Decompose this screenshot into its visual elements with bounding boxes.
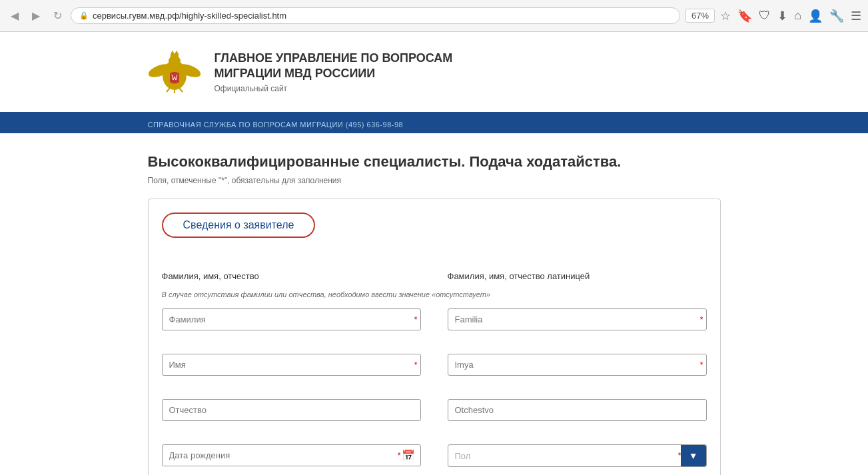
col-headers-row: Фамилия, имя, отчество Фамилия, имя, отч… bbox=[162, 271, 707, 285]
surname-lat-required: * bbox=[700, 315, 703, 324]
extensions-icon[interactable]: 🔧 bbox=[829, 9, 844, 23]
surname-lat-input-wrapper: * bbox=[448, 308, 707, 330]
gender-wrapper: Пол Мужской Женский ▼ * bbox=[448, 444, 707, 467]
refresh-button[interactable]: ↻ bbox=[49, 8, 65, 24]
bottom-row: 📅 * Пол Мужской Женский bbox=[162, 444, 707, 467]
svg-marker-5 bbox=[171, 51, 175, 54]
birthdate-wrapper: 📅 * bbox=[162, 444, 421, 466]
org-subtitle: Официальный сайт bbox=[215, 84, 721, 93]
org-title-line2: МИГРАЦИИ МВД РОССИИИ bbox=[215, 67, 376, 80]
patronymic-ru-field-wrapper bbox=[162, 399, 421, 421]
patronymic-lat-group bbox=[448, 399, 707, 431]
name-lat-input[interactable] bbox=[448, 354, 707, 376]
name-lat-required: * bbox=[700, 360, 703, 370]
section-label[interactable]: Сведения о заявителе bbox=[162, 213, 316, 238]
star-icon[interactable]: ☆ bbox=[720, 9, 731, 23]
page-title: Высококвалифицированные специалисты. Под… bbox=[148, 153, 721, 171]
section-toggle[interactable]: Сведения о заявителе bbox=[162, 213, 707, 254]
main-content: Высококвалифицированные специалисты. Под… bbox=[135, 133, 734, 475]
forward-button[interactable]: ▶ bbox=[28, 8, 44, 24]
birthdate-input[interactable] bbox=[163, 445, 396, 466]
patronymic-ru-input-wrapper bbox=[162, 399, 421, 421]
bookmark-icon[interactable]: 🔖 bbox=[737, 9, 752, 23]
helper-text: В случае отсутствия фамилии или отчества… bbox=[162, 290, 707, 298]
surname-lat-input[interactable] bbox=[448, 308, 707, 330]
name-ru-input[interactable] bbox=[162, 354, 421, 376]
patronymic-ru-group bbox=[162, 399, 421, 431]
svg-line-7 bbox=[167, 88, 170, 92]
download-icon[interactable]: ⬇ bbox=[777, 9, 787, 23]
lock-icon: 🔒 bbox=[79, 11, 89, 20]
name-lat-group: * bbox=[448, 354, 707, 386]
surname-ru-input[interactable] bbox=[162, 308, 421, 330]
svg-rect-4 bbox=[171, 54, 179, 57]
surname-lat-field-wrapper: * bbox=[448, 308, 707, 330]
birthdate-input-wrapper: 📅 bbox=[162, 444, 421, 466]
patronymic-lat-input[interactable] bbox=[448, 399, 707, 421]
birthdate-group: 📅 * bbox=[162, 444, 421, 467]
zoom-indicator: 67% bbox=[685, 9, 715, 23]
gender-group: Пол Мужской Женский ▼ * bbox=[448, 444, 707, 467]
browser-actions: ☆ 🔖 🛡 ⬇ ⌂ 👤 🔧 ☰ bbox=[720, 9, 861, 23]
info-bar: СПРАВОЧНАЯ СЛУЖБА ПО ВОПРОСАМ МИГРАЦИИ (… bbox=[0, 115, 868, 133]
col2-header: Фамилия, имя, отчество латиницей bbox=[448, 271, 707, 281]
name-lat-input-wrapper: * bbox=[448, 354, 707, 376]
required-note: Поля, отмеченные "*", обязательны для за… bbox=[148, 176, 721, 185]
birthdate-required: * bbox=[398, 451, 401, 460]
gender-dropdown-button[interactable]: ▼ bbox=[681, 445, 706, 466]
name-fields-row: * * bbox=[162, 308, 707, 431]
svg-marker-6 bbox=[175, 51, 179, 54]
org-title-line1: ГЛАВНОЕ УПРАВЛЕНИЕ ПО ВОПРОСАМ МИГРАЦИИ … bbox=[215, 51, 721, 82]
surname-lat-group: * bbox=[448, 308, 707, 340]
name-ru-input-wrapper: * bbox=[162, 354, 421, 376]
menu-icon[interactable]: ☰ bbox=[851, 9, 861, 23]
address-bar[interactable]: 🔒 сервисы.гувм.мвд.рф/highly-skilled-spe… bbox=[71, 7, 680, 24]
browser-chrome: ◀ ▶ ↻ 🔒 сервисы.гувм.мвд.рф/highly-skill… bbox=[0, 0, 868, 32]
url-text: сервисы.гувм.мвд.рф/highly-skilled-speci… bbox=[93, 11, 671, 21]
col1-header: Фамилия, имя, отчество bbox=[162, 271, 421, 281]
patronymic-lat-field-wrapper bbox=[448, 399, 707, 421]
back-button[interactable]: ◀ bbox=[7, 8, 23, 24]
org-name: ГЛАВНОЕ УПРАВЛЕНИЕ ПО ВОПРОСАМ МИГРАЦИИ … bbox=[215, 51, 721, 94]
surname-ru-required: * bbox=[414, 315, 418, 324]
svg-line-9 bbox=[179, 88, 183, 92]
name-lat-field-wrapper: * bbox=[448, 354, 707, 376]
gender-select-wrapper: Пол Мужской Женский ▼ bbox=[448, 444, 707, 467]
mvd-emblem bbox=[148, 45, 201, 99]
name-ru-group: * bbox=[162, 354, 421, 386]
shield-icon[interactable]: 🛡 bbox=[759, 9, 771, 23]
gender-required: * bbox=[678, 451, 681, 460]
gender-select[interactable]: Пол Мужской Женский bbox=[448, 446, 681, 466]
surname-ru-group: * bbox=[162, 308, 421, 340]
hotline-link[interactable]: СПРАВОЧНАЯ СЛУЖБА ПО ВОПРОСАМ МИГРАЦИИ (… bbox=[148, 121, 404, 129]
account-icon[interactable]: 👤 bbox=[808, 9, 823, 23]
name-ru-field-wrapper: * bbox=[162, 354, 421, 376]
form-card: Сведения о заявителе Фамилия, имя, отчес… bbox=[148, 199, 721, 475]
patronymic-lat-input-wrapper bbox=[448, 399, 707, 421]
surname-ru-input-wrapper: * bbox=[162, 308, 421, 330]
surname-ru-field-wrapper: * bbox=[162, 308, 421, 330]
name-ru-required: * bbox=[414, 360, 418, 370]
home-icon[interactable]: ⌂ bbox=[794, 9, 801, 23]
page-wrapper: ГЛАВНОЕ УПРАВЛЕНИЕ ПО ВОПРОСАМ МИГРАЦИИ … bbox=[0, 32, 868, 475]
site-header: ГЛАВНОЕ УПРАВЛЕНИЕ ПО ВОПРОСАМ МИГРАЦИИ … bbox=[0, 32, 868, 115]
patronymic-ru-input[interactable] bbox=[162, 399, 421, 421]
